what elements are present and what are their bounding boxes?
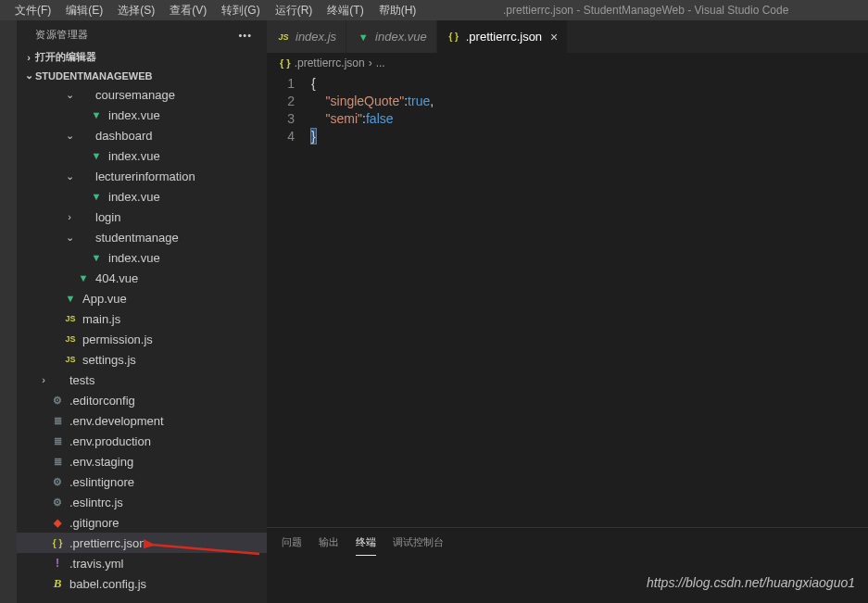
chevron-right-icon: › (22, 52, 35, 63)
folder-item[interactable]: ⌄studentmanage (17, 227, 267, 247)
tree-item-label: .eslintignore (69, 475, 134, 489)
vue-icon: ▼ (89, 189, 104, 204)
close-icon[interactable]: × (550, 30, 558, 44)
file-item[interactable]: ·⚙.eslintrc.js (17, 492, 267, 512)
file-item[interactable]: ·⚙.editorconfig (17, 390, 267, 410)
tree-item-label: App.vue (82, 292, 127, 306)
file-item[interactable]: ·◆.gitignore (17, 512, 267, 533)
file-item[interactable]: ·JSpermission.js (17, 329, 267, 349)
editor-tab[interactable]: JSindex.js (267, 20, 346, 53)
yml-icon: ! (50, 556, 65, 571)
file-item[interactable]: ·≣.env.staging (17, 451, 267, 471)
chevron-right-icon: › (63, 211, 76, 222)
file-item[interactable]: ·Bbabel.config.js (17, 573, 267, 594)
line-number: 2 (267, 93, 295, 110)
txt-icon: ≣ (50, 433, 65, 448)
menu-item[interactable]: 帮助(H) (371, 1, 424, 20)
tree-item-label: lecturerinformation (95, 170, 195, 183)
vue-icon: ▼ (63, 291, 78, 306)
js-icon: JS (63, 311, 78, 326)
brace-close: } (311, 129, 316, 144)
folder-item[interactable]: ›login (17, 207, 267, 227)
js-icon: JS (276, 30, 291, 44)
file-item[interactable]: ·JSsettings.js (17, 349, 267, 370)
project-section[interactable]: ⌄ STUDENTMANAGEWEB (17, 67, 267, 84)
tree-item-label: index.vue (108, 108, 160, 122)
watermark: https://blog.csdn.net/huangxiaoguo1 (647, 575, 855, 590)
folder-item[interactable]: ⌄dashboard (17, 125, 267, 145)
line-number: 3 (267, 110, 295, 128)
editor-tab[interactable]: ▼index.vue (346, 20, 437, 53)
git-icon: ◆ (50, 515, 65, 530)
menu-item[interactable]: 运行(R) (268, 1, 321, 20)
json-icon: { } (50, 535, 65, 550)
file-item[interactable]: ·{ }.prettierrc.json (17, 533, 267, 553)
chevron-down-icon: ⌄ (63, 89, 76, 101)
breadcrumb-separator: › (369, 57, 372, 69)
vue-icon: ▼ (89, 250, 104, 265)
panel-tabs: 问题输出终端调试控制台 (267, 528, 868, 556)
panel-tab[interactable]: 输出 (319, 535, 339, 556)
tree-item-label: .gitignore (69, 516, 119, 530)
panel-tab[interactable]: 问题 (282, 535, 302, 556)
config-icon: ⚙ (50, 495, 65, 509)
vue-icon: ▼ (356, 30, 371, 44)
open-editors-section[interactable]: › 打开的编辑器 (17, 47, 267, 67)
file-item[interactable]: ·≣.env.production (17, 431, 267, 451)
sidebar-title: 资源管理器 (35, 28, 89, 42)
editor-tab[interactable]: { }.prettierrc.json× (437, 20, 569, 53)
tree-item-label: .prettierrc.json (69, 536, 145, 550)
tree-item-label: .env.development (69, 414, 164, 428)
tree-item-label: index.vue (108, 149, 160, 163)
chevron-right-icon: › (37, 374, 50, 385)
tree-item-label: index.vue (108, 251, 160, 265)
folder-icon (50, 372, 65, 387)
file-item[interactable]: ·⚙.eslintignore (17, 471, 267, 492)
menu-item[interactable]: 文件(F) (7, 1, 58, 20)
file-item[interactable]: ·▼index.vue (17, 105, 267, 125)
folder-item[interactable]: ⌄lecturerinformation (17, 166, 267, 186)
menu-bar: 文件(F)编辑(E)选择(S)查看(V)转到(G)运行(R)终端(T)帮助(H) (0, 1, 423, 20)
json-value: false (366, 111, 394, 126)
bottom-panel: 问题输出终端调试控制台 (267, 527, 868, 603)
file-item[interactable]: ·▼index.vue (17, 186, 267, 207)
tree-item-label: main.js (82, 312, 120, 326)
json-key: "semi" (326, 111, 363, 126)
file-item[interactable]: ·▼index.vue (17, 247, 267, 268)
config-icon: ⚙ (50, 393, 65, 408)
json-value: true (408, 94, 430, 108)
tab-label: index.vue (375, 30, 427, 44)
file-item[interactable]: ·▼index.vue (17, 145, 267, 166)
file-item[interactable]: ·JSmain.js (17, 308, 267, 329)
section-label: STUDENTMANAGEWEB (35, 70, 153, 82)
menu-item[interactable]: 编辑(E) (58, 1, 110, 20)
tree-item-label: permission.js (82, 333, 153, 346)
file-item[interactable]: ·▼App.vue (17, 288, 267, 308)
babel-icon: B (50, 576, 65, 591)
code-editor[interactable]: 1234 { "singleQuote":true, "semi":false … (267, 73, 868, 527)
panel-tab[interactable]: 调试控制台 (393, 535, 444, 556)
folder-icon (76, 128, 91, 143)
tree-item-label: settings.js (82, 353, 136, 367)
activity-bar[interactable] (0, 20, 17, 603)
menu-item[interactable]: 选择(S) (110, 1, 162, 20)
menu-item[interactable]: 终端(T) (320, 1, 371, 20)
menu-item[interactable]: 查看(V) (162, 1, 214, 20)
window-title: .prettierrc.json - StudentManageWeb - Vi… (423, 4, 868, 17)
folder-icon (76, 169, 91, 183)
breadcrumb[interactable]: { } .prettierrc.json › ... (267, 53, 868, 73)
file-item[interactable]: ·▼404.vue (17, 268, 267, 288)
line-number: 1 (267, 75, 295, 93)
tree-item-label: .env.staging (69, 455, 133, 469)
more-icon[interactable]: ••• (238, 30, 252, 41)
folder-item[interactable]: ⌄coursemanage (17, 84, 267, 105)
config-icon: ⚙ (50, 474, 65, 489)
file-item[interactable]: ·!.travis.yml (17, 553, 267, 573)
file-item[interactable]: ·≣.env.development (17, 410, 267, 431)
menu-item[interactable]: 转到(G) (214, 1, 267, 20)
tree-item-label: .travis.yml (69, 557, 124, 571)
code-content[interactable]: { "singleQuote":true, "semi":false } (311, 75, 868, 527)
breadcrumb-file: .prettierrc.json (295, 57, 365, 69)
panel-tab[interactable]: 终端 (356, 535, 376, 556)
folder-item[interactable]: ›tests (17, 370, 267, 390)
